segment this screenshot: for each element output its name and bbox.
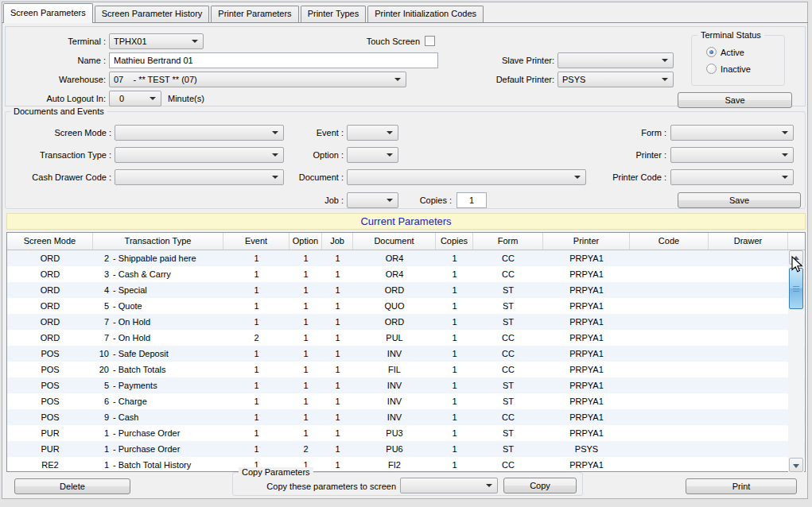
cell-screen-mode: ORD bbox=[7, 282, 93, 298]
table-row[interactable]: POS5- Payments111INV1STPRPYA1 bbox=[7, 377, 805, 393]
column-header-code[interactable]: Code bbox=[630, 233, 709, 250]
column-header-drawer[interactable]: Drawer bbox=[709, 233, 788, 250]
document-select[interactable] bbox=[347, 169, 586, 185]
printer-select[interactable] bbox=[670, 147, 794, 163]
column-header-copies[interactable]: Copies bbox=[436, 233, 473, 250]
tab-printer-types[interactable]: Printer Types bbox=[301, 6, 367, 22]
printer-code-label: Printer Code : bbox=[603, 172, 666, 182]
current-parameters-header: Current Parameters bbox=[6, 213, 806, 230]
cell-document: OR4 bbox=[353, 266, 436, 282]
copies-input[interactable]: 1 bbox=[457, 192, 487, 208]
cell-event: 1 bbox=[223, 282, 289, 298]
terminal-select[interactable]: TPHX01 bbox=[109, 33, 204, 49]
cell-document: INV bbox=[353, 377, 436, 393]
tab-screen-parameter-history[interactable]: Screen Parameter History bbox=[95, 6, 210, 22]
tab-screen-parameters[interactable]: Screen Parameters bbox=[3, 3, 93, 23]
terminal-save-button[interactable]: Save bbox=[678, 92, 792, 108]
cell-document: ORD bbox=[353, 314, 436, 330]
cell-document: INV bbox=[353, 409, 436, 425]
minutes-label: Minute(s) bbox=[168, 94, 239, 103]
table-row[interactable]: POS20- Batch Totals111FIL1CCPRPYA1 bbox=[7, 362, 805, 377]
cell-event: 1 bbox=[223, 393, 289, 409]
documents-save-button[interactable]: Save bbox=[678, 192, 801, 208]
touch-screen-checkbox[interactable] bbox=[425, 36, 435, 46]
cell-transaction-type: 10- Safe Deposit bbox=[93, 346, 223, 362]
cash-drawer-code-select[interactable] bbox=[115, 169, 284, 185]
cell-form: CC bbox=[473, 266, 543, 282]
cell-job: 1 bbox=[322, 362, 353, 377]
cell-copies: 1 bbox=[436, 409, 473, 425]
table-row[interactable]: ORD7- On Hold211PUL1CCPRPYA1 bbox=[7, 330, 805, 346]
dropdown-arrow-icon bbox=[387, 131, 393, 134]
copy-button[interactable]: Copy bbox=[503, 478, 577, 493]
table-row[interactable]: ORD4- Special111ORD1STPRPYA1 bbox=[7, 282, 805, 298]
table-row[interactable]: ORD2- Shippable paid here111OR41CCPRPYA1 bbox=[7, 250, 805, 266]
column-header-option[interactable]: Option bbox=[289, 233, 322, 250]
documents-events-title: Documents and Events bbox=[10, 106, 107, 116]
cell-drawer bbox=[709, 425, 788, 441]
terminal-select-value: TPHX01 bbox=[114, 37, 147, 46]
status-active-radio[interactable] bbox=[706, 47, 717, 57]
terminal-label: Terminal : bbox=[16, 37, 106, 46]
cell-event: 1 bbox=[223, 250, 289, 266]
column-header-job[interactable]: Job bbox=[322, 233, 353, 250]
cell-option: 1 bbox=[289, 314, 322, 330]
column-header-screen-mode[interactable]: Screen Mode bbox=[7, 233, 93, 250]
transaction-type-select[interactable] bbox=[115, 147, 284, 163]
column-header-transaction-type[interactable]: Transaction Type bbox=[93, 233, 223, 250]
table-row[interactable]: ORD3- Cash & Carry111OR41CCPRPYA1 bbox=[7, 266, 805, 282]
cell-drawer bbox=[709, 330, 788, 346]
delete-button[interactable]: Delete bbox=[14, 478, 130, 494]
name-input[interactable]: Mathieu Bertrand 01 bbox=[109, 52, 438, 68]
auto-logout-select[interactable]: 0 bbox=[109, 91, 161, 106]
table-vertical-scrollbar[interactable] bbox=[788, 250, 804, 472]
slave-printer-select[interactable] bbox=[558, 52, 674, 68]
status-inactive-radio[interactable] bbox=[706, 64, 717, 74]
job-select[interactable] bbox=[347, 192, 398, 208]
scroll-down-button[interactable] bbox=[789, 458, 803, 472]
event-select[interactable] bbox=[347, 125, 398, 141]
cell-option: 1 bbox=[289, 393, 322, 409]
table-row[interactable]: PUR1- Purchase Order111PU31STPRPYA1 bbox=[7, 425, 805, 441]
screen-parameters-window: Screen ParametersScreen Parameter Histor… bbox=[0, 0, 812, 507]
column-header-document[interactable]: Document bbox=[353, 233, 436, 250]
table-row[interactable]: POS10- Safe Deposit111INV1CCPRPYA1 bbox=[7, 346, 805, 362]
column-header-event[interactable]: Event bbox=[223, 233, 289, 250]
cell-job: 1 bbox=[322, 314, 353, 330]
table-row[interactable]: POS9- Cash111INV1CCPRPYA1 bbox=[7, 409, 805, 425]
cell-printer: PRPYA1 bbox=[543, 393, 630, 409]
cell-form: ST bbox=[473, 298, 543, 314]
cell-event: 1 bbox=[223, 377, 289, 393]
copy-to-screen-select[interactable] bbox=[400, 478, 498, 493]
table-row[interactable]: PUR1- Purchase Order121PU61STPSYS bbox=[7, 441, 805, 457]
cell-job: 1 bbox=[322, 298, 353, 314]
table-row[interactable]: ORD7- On Hold111ORD1STPRPYA1 bbox=[7, 314, 805, 330]
screen-mode-select[interactable] bbox=[115, 125, 284, 141]
cell-job: 1 bbox=[322, 266, 353, 282]
cell-job: 1 bbox=[322, 282, 353, 298]
print-button[interactable]: Print bbox=[686, 478, 797, 494]
table-row[interactable]: POS6- Charge111INV1STPRPYA1 bbox=[7, 393, 805, 409]
cell-document: FI2 bbox=[353, 457, 436, 472]
tab-printer-parameters[interactable]: Printer Parameters bbox=[211, 6, 298, 22]
table-row[interactable]: ORD5- Quote111QUO1STPRPYA1 bbox=[7, 298, 805, 314]
default-printer-select[interactable]: PSYS bbox=[558, 72, 674, 87]
cell-copies: 1 bbox=[436, 314, 473, 330]
status-active-label: Active bbox=[721, 48, 776, 57]
printer-code-select[interactable] bbox=[670, 169, 794, 185]
scrollbar-thumb[interactable] bbox=[789, 268, 803, 309]
column-header-form[interactable]: Form bbox=[473, 233, 543, 250]
form-select[interactable] bbox=[670, 125, 794, 141]
cell-option: 1 bbox=[289, 377, 322, 393]
tab-printer-initialization-codes[interactable]: Printer Initialization Codes bbox=[367, 6, 484, 22]
tab-bar: Screen ParametersScreen Parameter Histor… bbox=[3, 3, 485, 23]
cell-copies: 1 bbox=[436, 330, 473, 346]
cell-transaction-type: 3- Cash & Carry bbox=[93, 266, 223, 282]
warehouse-select[interactable]: 07 - ** TEST ** (07) bbox=[109, 72, 406, 87]
column-header-printer[interactable]: Printer bbox=[543, 233, 630, 250]
copy-parameters-title: Copy Parameters bbox=[239, 467, 313, 477]
table-row[interactable]: RE21- Batch Total History111FI21CCPRPYA1 bbox=[7, 457, 805, 472]
cell-option: 1 bbox=[289, 250, 322, 266]
scroll-down-icon bbox=[793, 464, 799, 468]
option-select[interactable] bbox=[347, 147, 398, 163]
